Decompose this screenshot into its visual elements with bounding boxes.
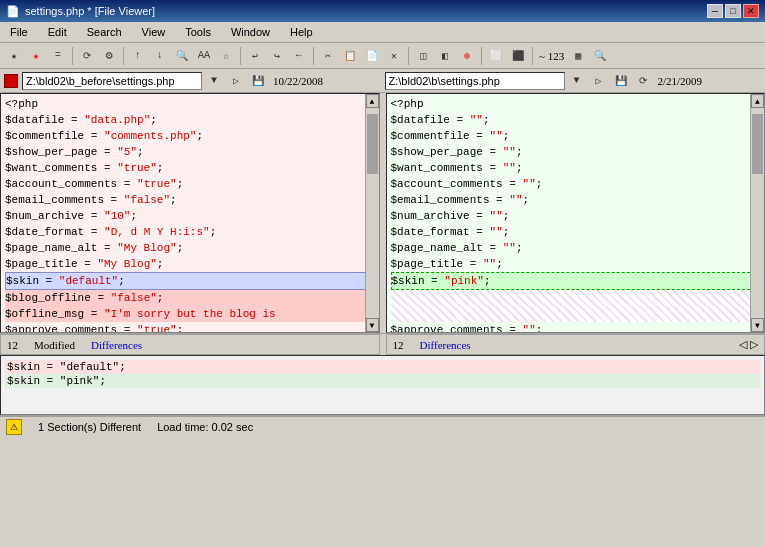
app-status-bar: ⚠ 1 Section(s) Different Load time: 0.02… [0, 415, 765, 437]
code-line: $page_name_alt = "My Blog"; [5, 240, 375, 256]
left-red-mark [4, 74, 18, 88]
left-modified: Modified [34, 339, 75, 351]
load-time: Load time: 0.02 sec [157, 421, 253, 433]
code-line: $num_archive = "10"; [5, 208, 375, 224]
tb-redo[interactable]: ↪ [267, 46, 287, 66]
tb-compare[interactable]: ◫ [413, 46, 433, 66]
menu-search[interactable]: Search [81, 24, 128, 40]
tb-splitv[interactable]: ⬛ [508, 46, 528, 66]
diff-section: $skin = "default"; $skin = "pink"; [0, 355, 765, 415]
code-line: $page_title = "My Blog"; [5, 256, 375, 272]
tb-up[interactable]: ↑ [128, 46, 148, 66]
panel-status-bar: 12 Modified Differences 12 Differences ◁… [0, 333, 765, 355]
left-date: 10/22/2008 [273, 75, 323, 87]
tb-delete[interactable]: ✕ [384, 46, 404, 66]
right-vscrollbar[interactable]: ▲ ▼ [750, 94, 764, 332]
close-button[interactable]: ✕ [743, 4, 759, 18]
right-browse-btn[interactable]: ▼ [567, 71, 587, 91]
scroll-up-btn[interactable]: ▲ [751, 94, 764, 108]
menu-window[interactable]: Window [225, 24, 276, 40]
tb-compare2[interactable]: ◧ [435, 46, 455, 66]
code-line: $show_per_page = ""; [391, 144, 761, 160]
right-line-number: 12 [393, 339, 404, 351]
left-nav-btn[interactable]: ▷ [226, 71, 246, 91]
tb-refresh[interactable]: ⟳ [77, 46, 97, 66]
scroll-down-btn[interactable]: ▼ [366, 318, 379, 332]
menu-edit[interactable]: Edit [42, 24, 73, 40]
tb-sep6 [481, 47, 482, 65]
tb-paste[interactable]: 📄 [362, 46, 382, 66]
tb-sep2 [123, 47, 124, 65]
right-refresh-btn[interactable]: ⟳ [633, 71, 653, 91]
tb-sep3 [240, 47, 241, 65]
code-line-pink: $blog_offline = "false"; [5, 290, 375, 306]
tb-grid[interactable]: ▦ [568, 46, 588, 66]
tb-findtext[interactable]: AA [194, 46, 214, 66]
code-line: $account_comments = ""; [391, 176, 761, 192]
code-line [391, 306, 761, 322]
code-line: $commentfile = ""; [391, 128, 761, 144]
menu-view[interactable]: View [136, 24, 172, 40]
tb-equal[interactable]: = [48, 46, 68, 66]
tb-star[interactable]: ☆ [216, 46, 236, 66]
code-line: $want_comments = ""; [391, 160, 761, 176]
app-icon: 📄 [6, 5, 20, 18]
right-code-panel[interactable]: <?php $datafile = ""; $commentfile = "";… [386, 93, 766, 333]
left-status: 12 Modified Differences [0, 334, 380, 355]
scroll-down-btn[interactable]: ▼ [751, 318, 764, 332]
code-line: $date_format = "D, d M Y H:i:s"; [5, 224, 375, 240]
tb-copy[interactable]: 📋 [340, 46, 360, 66]
maximize-button[interactable]: □ [725, 4, 741, 18]
title-controls[interactable]: ─ □ ✕ [707, 4, 759, 18]
code-line: $page_name_alt = ""; [391, 240, 761, 256]
tb-counter: ~ 123 [539, 50, 564, 62]
right-diff-btn[interactable]: Differences [420, 339, 471, 351]
left-line-number: 12 [7, 339, 18, 351]
right-save-btn[interactable]: 💾 [611, 71, 631, 91]
tb-settings[interactable]: ⚙ [99, 46, 119, 66]
code-line: <?php [5, 96, 375, 112]
tb-find[interactable]: 🔍 [172, 46, 192, 66]
menu-file[interactable]: File [4, 24, 34, 40]
right-hscroll[interactable]: ◁ ▷ [739, 338, 758, 351]
left-vscrollbar[interactable]: ▲ ▼ [365, 94, 379, 332]
tb-sep7 [532, 47, 533, 65]
scroll-thumb[interactable] [367, 114, 378, 174]
left-code-panel[interactable]: <?php $datafile = "data.php"; $commentfi… [0, 93, 380, 333]
right-path-input[interactable] [385, 72, 565, 90]
tb-bookmark[interactable]: ★ [4, 46, 24, 66]
left-browse-btn[interactable]: ▼ [204, 71, 224, 91]
tb-back[interactable]: ← [289, 46, 309, 66]
main-content: <?php $datafile = "data.php"; $commentfi… [0, 93, 765, 333]
tb-remove-bookmark[interactable]: ★ [26, 46, 46, 66]
menu-bar: File Edit Search View Tools Window Help [0, 22, 765, 43]
right-date: 2/21/2009 [658, 75, 703, 87]
diff-old-line: $skin = "default"; [5, 360, 760, 374]
code-line [391, 290, 761, 306]
tb-split[interactable]: ⬜ [486, 46, 506, 66]
right-nav-btn[interactable]: ▷ [589, 71, 609, 91]
toolbar: ★ ★ = ⟳ ⚙ ↑ ↓ 🔍 AA ☆ ↩ ↪ ← ✂ 📋 📄 ✕ ◫ ◧ ⊗… [0, 43, 765, 69]
tb-stop[interactable]: ⊗ [457, 46, 477, 66]
menu-help[interactable]: Help [284, 24, 319, 40]
tb-zoom[interactable]: 🔍 [590, 46, 610, 66]
menu-tools[interactable]: Tools [179, 24, 217, 40]
left-save-btn[interactable]: 💾 [248, 71, 268, 91]
left-addr-area: ▼ ▷ 💾 10/22/2008 [4, 71, 381, 91]
scroll-up-btn[interactable]: ▲ [366, 94, 379, 108]
left-path-input[interactable] [22, 72, 202, 90]
scroll-thumb[interactable] [752, 114, 763, 174]
title-bar: 📄 settings.php * [File Viewer] ─ □ ✕ [0, 0, 765, 22]
code-line: $commentfile = "comments.php"; [5, 128, 375, 144]
minimize-button[interactable]: ─ [707, 4, 723, 18]
left-diff-btn[interactable]: Differences [91, 339, 142, 351]
tb-sep5 [408, 47, 409, 65]
right-addr-area: ▼ ▷ 💾 ⟳ 2/21/2009 [385, 71, 762, 91]
code-line-highlight: $skin = "default"; [5, 272, 375, 290]
diff-new-line: $skin = "pink"; [5, 374, 760, 388]
tb-cut[interactable]: ✂ [318, 46, 338, 66]
window-title: settings.php * [File Viewer] [25, 5, 155, 17]
code-line: <?php [391, 96, 761, 112]
tb-undo[interactable]: ↩ [245, 46, 265, 66]
tb-down[interactable]: ↓ [150, 46, 170, 66]
